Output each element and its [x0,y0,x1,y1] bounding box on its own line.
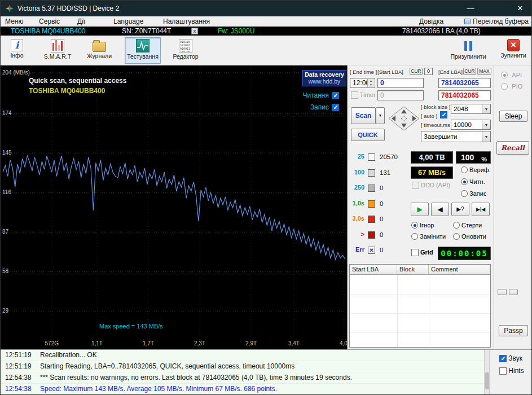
start-cur-button[interactable]: CUR [410,68,423,75]
menubar: Меню Сервіс Дії Language Налаштування До… [1,16,532,27]
step-back-button[interactable]: ◀ [431,203,449,216]
defect-erase-radio[interactable]: Стерти [453,222,482,229]
info-button[interactable]: i Інфо [4,37,30,64]
chevron-down-icon: ▼ [482,104,490,113]
auto-label: [ auto ] [421,113,437,119]
timer-input[interactable]: 0 [377,90,424,100]
hints-checkbox-row[interactable]: Hints [499,367,524,375]
legend-read: Читання [303,91,340,99]
defect-remap-radio[interactable]: Замінити [411,233,446,240]
log-scrollbar[interactable] [485,350,490,395]
defect-ignore-radio[interactable]: Ігнор [411,222,434,229]
play-button[interactable]: ▶ [411,203,429,216]
hints-checkbox[interactable] [499,367,507,375]
latency-swatch [368,216,375,223]
recall-button[interactable]: Recall [496,141,529,155]
end-cur-button[interactable]: CUR [463,68,476,75]
menu-buffer-view[interactable]: Перегляд буфера [464,17,529,25]
passp-button[interactable]: Passp [499,325,528,336]
legend-write: Запис [303,103,340,111]
log-area: 12:51:19Recalibration... OK 12:51:19Star… [1,350,485,395]
chart-title: Quick scan, sequential access [29,77,126,85]
editor-button[interactable]: 010110 101001 010011 110100 Редактор [170,37,201,64]
pio-radio[interactable]: PIO [501,82,522,90]
mode-write-radio[interactable]: Запис [461,190,486,197]
timer-checkbox[interactable] [351,91,358,99]
start-lba-input[interactable]: 0 [377,78,424,88]
menu-settings[interactable]: Налаштування [163,17,210,25]
minimize-button[interactable]: — [458,1,483,16]
chevron-down-icon: ▼ [482,120,490,129]
time-spinner[interactable]: ▲▼ [367,79,374,87]
close-button[interactable]: ✕ [508,1,532,16]
auto-checkbox[interactable] [440,111,447,118]
latency-swatch [368,185,375,192]
ddd-checkbox[interactable] [412,182,419,189]
timeout-select[interactable]: 10000▼ [451,120,491,130]
chevron-down-icon: ▼ [482,131,490,142]
device-close-icon[interactable]: x [191,28,198,34]
smart-button[interactable]: S.M.A.R.T [41,37,74,64]
end-max-button[interactable]: MAX [477,68,491,75]
end-time-input[interactable]: 12:00 ▲▼ [350,78,375,88]
sound-checkbox-row[interactable]: Звук [499,354,522,362]
seek-end-button[interactable]: ▶|◀ [472,203,490,216]
radio-icon [501,72,508,78]
stop-x-icon: ✕ [507,39,520,51]
menu-main[interactable]: Меню [5,17,23,25]
after-scan-action-select[interactable]: Завершити▼ [421,131,491,142]
nav-diamond-pad[interactable] [388,106,420,131]
device-serial: SN: Z0N7T044T [122,27,171,35]
toolbar: i Інфо S.M.A.R.T Журнали Тестування 0101… [1,36,532,65]
device-firmware: Fw: JS000U [218,27,254,35]
scan-button[interactable]: Scan [351,107,376,124]
mode-read-radio[interactable]: Читн. [461,178,485,185]
api-radio[interactable]: API [501,71,522,79]
watermark-badge: Data recovery www.hdd.by [302,70,346,86]
scrollbar-thumb[interactable] [485,372,489,389]
radio-icon [453,222,460,229]
timeout-label: [ timeout,ms ] [421,122,453,128]
mini-button-2[interactable] [509,289,518,295]
menu-actions[interactable]: Дії [77,17,85,25]
mode-verify-radio[interactable]: Вериф. [461,166,491,173]
logs-button[interactable]: Журнали [84,37,115,64]
device-model[interactable]: TOSHIBA MQ04UBB400 [11,27,86,35]
mini-button-1[interactable] [498,289,507,295]
menu-help[interactable]: Довідка [419,17,443,25]
elapsed-timer-lcd: 00:00:05 [438,247,491,260]
speed-chart [1,65,348,349]
end-lba-input[interactable]: 7814032065 [438,78,491,88]
current-lba-display: 7814032065 [438,90,491,100]
victoria-window: Victoria 5.37 HDD/SSD | Device 2 — ✕ Мен… [0,0,532,395]
test-waveform-icon [136,39,150,52]
quick-button[interactable]: QUICK [351,129,385,141]
write-checkbox[interactable] [332,104,339,111]
radio-icon [461,166,468,173]
defect-refresh-radio[interactable]: Оновити [453,233,486,240]
radio-icon [501,83,508,90]
ddd-checkbox-row[interactable]: DDD (API) [412,182,450,189]
stop-button[interactable]: ✕ Зупинити [497,37,530,64]
scan-dropdown-button[interactable]: ▼ [376,107,385,124]
pause-button[interactable]: Призупинити [445,37,491,64]
menu-language[interactable]: Language [113,17,143,25]
timer-checkbox-row[interactable]: Timer [351,91,376,99]
chart-subtitle: TOSHIBA MQ04UBB400 [29,87,105,95]
chart-legend: Читання Запис [303,91,340,115]
start-mini-field: 0 [424,68,433,75]
info-icon: i [11,39,23,51]
sleep-button[interactable]: Sleep [499,111,527,122]
seek-question-button[interactable]: ▶? [451,203,469,216]
menu-service[interactable]: Сервіс [39,17,60,25]
latency-swatch [368,231,375,239]
smart-bars-icon [51,39,64,52]
grid-checkbox[interactable] [411,249,419,256]
block-size-select[interactable]: 2048▼ [451,104,491,114]
window-title: Victoria 5.37 HDD/SSD | Device 2 [17,5,119,12]
grid-checkbox-row[interactable]: Grid [411,249,433,256]
sound-checkbox[interactable] [499,355,507,362]
read-checkbox[interactable] [332,92,339,99]
tests-button[interactable]: Тестування [125,37,161,64]
control-panel: [ End time ] [Start LBA] CUR 0 [End LBA]… [348,65,494,349]
